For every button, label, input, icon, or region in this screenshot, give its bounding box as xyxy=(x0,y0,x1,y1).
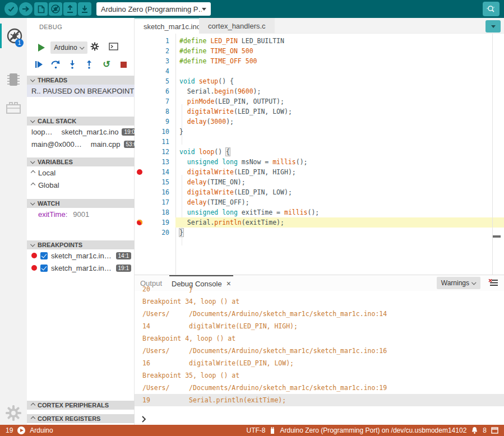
thread-row[interactable]: R.. PAUSED ON BREAKPOINT xyxy=(27,85,135,97)
code-line[interactable]: 14 digitalWrite(LED_PIN, HIGH); xyxy=(135,167,504,177)
code-line[interactable]: 7 pinMode(LED_PIN, OUTPUT); xyxy=(135,96,504,106)
code-line[interactable]: 4 xyxy=(135,66,504,76)
code-line[interactable]: 20} xyxy=(135,228,504,238)
breakpoint-gutter[interactable] xyxy=(135,167,144,177)
code-token: ); xyxy=(253,87,261,95)
debug-console-input[interactable] xyxy=(135,413,504,425)
variable-scope-row[interactable]: Local xyxy=(27,166,135,179)
debug-config-button[interactable] xyxy=(90,41,100,52)
code-line[interactable]: 19 Serial.println(exitTime); xyxy=(135,217,504,228)
window-icon[interactable] xyxy=(491,427,498,434)
breakpoint-icon[interactable] xyxy=(137,169,142,175)
code-line[interactable]: 3#define TIME_OFF 500 xyxy=(135,56,504,66)
breakpoint-gutter[interactable] xyxy=(135,137,144,147)
code-line[interactable]: 17 delay(TIME_OFF); xyxy=(135,197,504,207)
cortex-peripherals-header[interactable]: CORTEX PERIPHERALS xyxy=(27,401,135,410)
breakpoint-gutter[interactable] xyxy=(135,46,144,56)
step-over-button[interactable] xyxy=(50,59,61,69)
variable-scope-row[interactable]: Global xyxy=(27,179,135,191)
start-debug-icon[interactable] xyxy=(38,44,45,52)
status-line-number[interactable]: 19 xyxy=(6,426,13,434)
code-token: ( xyxy=(234,87,238,95)
chevron-down-icon xyxy=(491,25,496,28)
breakpoint-gutter[interactable] xyxy=(135,56,144,66)
breakpoint-gutter[interactable] xyxy=(135,177,144,187)
breakpoint-gutter[interactable] xyxy=(135,228,144,238)
status-encoding[interactable]: UTF-8 xyxy=(246,426,265,434)
notification-count[interactable]: 8 xyxy=(483,426,487,434)
breakpoint-gutter[interactable] xyxy=(135,217,144,228)
frame-file: main.cpp xyxy=(91,140,121,149)
code-text xyxy=(169,66,179,76)
breakpoint-gutter[interactable] xyxy=(135,117,144,127)
verify-button[interactable] xyxy=(4,2,18,16)
breakpoint-gutter[interactable] xyxy=(135,207,144,217)
open-debug-console-button[interactable] xyxy=(108,41,118,52)
breakpoint-gutter[interactable] xyxy=(135,96,144,106)
code-line[interactable]: 1#define LED_PIN LED_BUILTIN xyxy=(135,36,504,46)
editor-scrollbar[interactable] xyxy=(492,34,493,275)
tab-sketch-mar1c-ino[interactable]: sketch_mar1c.ino xyxy=(135,18,210,34)
breakpoints-header[interactable]: BREAKPOINTS xyxy=(27,240,135,249)
upload-button[interactable] xyxy=(19,2,33,16)
step-into-button[interactable] xyxy=(67,59,77,69)
board-selector-dropdown[interactable]: Arduino Zero (Programming P… xyxy=(96,2,211,16)
stop-button[interactable] xyxy=(118,59,128,69)
code-line[interactable]: 13 unsigned long msNow = millis(); xyxy=(135,157,504,167)
code-line[interactable]: 12void loop() { xyxy=(135,147,504,157)
code-line[interactable]: 8 digitalWrite(LED_PIN, LOW); xyxy=(135,106,504,117)
breakpoint-gutter[interactable] xyxy=(135,36,144,46)
debug-button[interactable] xyxy=(49,2,62,16)
breakpoint-icon[interactable] xyxy=(137,220,142,225)
settings-button[interactable] xyxy=(0,401,27,425)
breakpoint-checkbox[interactable] xyxy=(40,252,48,259)
tab-cortex-handlers-c[interactable]: cortex_handlers.c xyxy=(199,18,275,34)
code-line[interactable]: 9 delay(3000); xyxy=(135,117,504,127)
code-line[interactable]: 15 delay(TIME_ON); xyxy=(135,177,504,187)
breakpoint-gutter[interactable] xyxy=(135,187,144,197)
continue-button[interactable] xyxy=(34,59,44,69)
code-editor[interactable]: 1#define LED_PIN LED_BUILTIN2#define TIM… xyxy=(135,34,504,275)
breakpoint-gutter[interactable] xyxy=(135,127,144,137)
breakpoint-gutter[interactable] xyxy=(135,66,144,76)
import-button[interactable] xyxy=(78,2,91,16)
bell-icon[interactable] xyxy=(471,426,478,434)
breakpoint-checkbox[interactable] xyxy=(40,265,48,272)
editor-toolbar-dropdown[interactable] xyxy=(485,20,501,33)
status-app-label[interactable]: Arduino xyxy=(30,426,53,434)
breakpoint-gutter[interactable] xyxy=(135,197,144,207)
code-line[interactable]: 6 Serial.begin(9600); xyxy=(135,86,504,96)
watch-expression-row[interactable]: exitTime:9001 xyxy=(27,208,135,220)
breakpoint-row[interactable]: sketch_mar1c.in…14:1 xyxy=(27,249,135,262)
new-sketch-button[interactable] xyxy=(34,2,48,16)
code-line[interactable]: 16 digitalWrite(LED_PIN, LOW); xyxy=(135,187,504,197)
code-line[interactable]: 2#define TIME_ON 500 xyxy=(135,46,504,56)
code-line[interactable]: 11 xyxy=(135,137,504,147)
play-circle-icon[interactable] xyxy=(17,426,25,434)
threads-header[interactable]: THREADS xyxy=(27,76,135,85)
activity-item-library-manager[interactable] xyxy=(0,95,27,120)
restart-button[interactable]: ↺ xyxy=(101,59,112,69)
breakpoint-gutter[interactable] xyxy=(135,76,144,86)
breakpoint-row[interactable]: sketch_mar1c.in…19:1 xyxy=(27,262,135,274)
cortex-registers-header[interactable]: CORTEX REGISTERS xyxy=(27,414,135,423)
call-stack-header[interactable]: CALL STACK xyxy=(27,117,135,126)
status-board-port[interactable]: Arduino Zero (Programming Port) on /dev/… xyxy=(280,426,466,434)
watch-header[interactable]: WATCH xyxy=(27,199,135,208)
breakpoint-gutter[interactable] xyxy=(135,147,144,157)
callstack-frame[interactable]: main@0x000…main.cpp53:0 xyxy=(27,138,135,150)
step-out-button[interactable] xyxy=(84,59,94,69)
code-line[interactable]: 10} xyxy=(135,127,504,137)
breakpoint-gutter[interactable] xyxy=(135,86,144,96)
search-button[interactable] xyxy=(483,2,500,16)
code-line[interactable]: 18 unsigned long exitTime = millis(); xyxy=(135,207,504,217)
variables-header[interactable]: VARIABLES xyxy=(27,157,135,166)
breakpoint-gutter[interactable] xyxy=(135,106,144,117)
export-button[interactable] xyxy=(63,2,77,16)
activity-item-board-manager[interactable] xyxy=(0,67,27,92)
activity-item-debug[interactable]: 1 xyxy=(0,24,27,48)
callstack-frame[interactable]: loop…sketch_mar1c.ino19:0 xyxy=(27,126,135,138)
session-selector-dropdown[interactable]: Arduino xyxy=(50,41,87,54)
code-line[interactable]: 5void setup() { xyxy=(135,76,504,86)
breakpoint-gutter[interactable] xyxy=(135,157,144,167)
